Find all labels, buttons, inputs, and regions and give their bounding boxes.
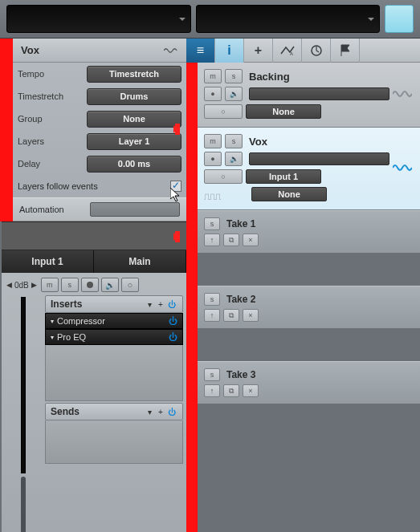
layers-button[interactable]: Layer 1 [87, 133, 181, 150]
solo-button[interactable]: s [225, 134, 243, 148]
monitor-button[interactable]: 🔈 [225, 152, 243, 166]
sends-label: Sends [51, 406, 144, 417]
monitor-button[interactable] [121, 278, 139, 292]
waveform-icon [164, 47, 178, 55]
toolbar-square-button[interactable] [385, 5, 414, 33]
take-name: Take 2 [226, 294, 255, 305]
take-3[interactable]: s Take 3 ↑ ⧉ × [198, 361, 420, 404]
mute-button[interactable]: m [204, 69, 222, 83]
input-tab[interactable]: Input 1 [2, 250, 94, 273]
output-tabs: Input 1 Main [2, 250, 186, 273]
insert-name: Pro EQ [57, 332, 169, 342]
svg-text:A: A [290, 51, 293, 56]
take-1[interactable]: s Take 1 ↑ ⧉ × [198, 210, 420, 254]
track-vox[interactable]: m s Vox ● 🔈 ○ Input 1 ⎍⎍⎍ None [198, 128, 420, 210]
region-marker-icon [175, 124, 180, 135]
solo-button[interactable]: s [204, 293, 220, 306]
track-params: Tempo Timestretch Timestretch Drums Grou… [13, 63, 186, 221]
output-assign-button[interactable]: None [246, 104, 321, 119]
inserts-expand-icon[interactable]: ▾ [144, 298, 155, 310]
record-arm-button[interactable] [81, 278, 99, 292]
insert-compressor[interactable]: ▾ Compressor ⏻ [45, 313, 183, 329]
inserts-header[interactable]: Inserts ▾ + ⏻ [45, 295, 183, 313]
mute-button[interactable]: m [41, 278, 59, 292]
waveform-icon [393, 88, 412, 99]
db-control[interactable]: ◀ 0dB ▶ [5, 281, 39, 290]
add-icon[interactable]: + [244, 39, 273, 63]
mixer-icon[interactable]: ⎍⎍⎍ [204, 191, 221, 202]
delete-take-button[interactable]: × [243, 234, 259, 246]
output-assign-button[interactable]: None [251, 187, 327, 201]
db-left-arrow-icon[interactable]: ◀ [5, 281, 13, 289]
volume-slider[interactable] [249, 87, 389, 100]
promote-take-button[interactable]: ↑ [204, 309, 220, 322]
main-tab[interactable]: Main [94, 250, 186, 273]
delete-take-button[interactable]: × [243, 384, 259, 397]
track-backing[interactable]: m s Backing ● 🔈 ○ None [198, 63, 420, 128]
delete-take-button[interactable]: × [243, 309, 259, 322]
sends-power-icon[interactable]: ⏻ [166, 406, 177, 417]
db-right-arrow-icon[interactable]: ▶ [31, 281, 39, 289]
level-meter [21, 297, 26, 473]
layers-follow-checkbox[interactable] [170, 181, 181, 192]
arrange-color-strip [186, 63, 198, 532]
group-label: Group [18, 114, 87, 124]
arrange-toolbar: ≡ i + A [186, 39, 420, 63]
monitor-button[interactable]: 🔈 [225, 87, 243, 101]
input-monitor-button[interactable]: ○ [204, 104, 243, 119]
fader[interactable] [21, 477, 26, 532]
automation-label: Automation [19, 205, 90, 214]
region-marker-icon [175, 231, 180, 242]
solo-button[interactable]: s [61, 278, 79, 292]
add-insert-icon[interactable]: + [155, 298, 166, 310]
sends-header[interactable]: Sends ▾ + ⏻ [45, 403, 183, 420]
add-send-icon[interactable]: + [155, 406, 166, 417]
track-header: Vox [13, 39, 186, 63]
timestretch-mode-button[interactable]: Drums [87, 88, 181, 105]
mute-button[interactable]: m [204, 134, 222, 148]
info-icon[interactable]: i [215, 39, 244, 63]
monitor-speaker-button[interactable] [101, 278, 119, 292]
tempo-label: Tempo [18, 69, 87, 79]
db-value: 0dB [14, 281, 29, 290]
tempo-mode-button[interactable]: Timestretch [87, 66, 181, 83]
promote-take-button[interactable]: ↑ [204, 384, 220, 397]
insert-expand-icon[interactable]: ▾ [51, 318, 54, 325]
take-2[interactable]: s Take 2 ↑ ⧉ × [198, 286, 420, 329]
insert-power-icon[interactable]: ⏻ [169, 316, 177, 326]
inserts-label: Inserts [51, 298, 144, 310]
duplicate-take-button[interactable]: ⧉ [223, 309, 239, 322]
insert-proeq[interactable]: ▾ Pro EQ ⏻ [45, 329, 183, 345]
preset-dropdown-2[interactable] [196, 5, 381, 33]
delay-label: Delay [18, 159, 87, 169]
track-color-strip: Vox Tempo Timestretch Timestretch Drums … [0, 39, 186, 221]
duplicate-take-button[interactable]: ⧉ [223, 384, 239, 397]
layers-label: Layers [18, 136, 87, 146]
volume-slider[interactable] [249, 152, 389, 165]
sends-body [45, 420, 183, 464]
solo-button[interactable]: s [204, 368, 220, 381]
automation-view-icon[interactable]: A [273, 39, 302, 63]
list-view-icon[interactable]: ≡ [186, 39, 215, 63]
insert-expand-icon[interactable]: ▾ [51, 334, 54, 341]
record-arm-button[interactable]: ● [204, 152, 222, 166]
input-monitor-button[interactable]: ○ [204, 169, 243, 184]
preset-dropdown-1[interactable] [6, 5, 191, 33]
solo-button[interactable]: s [204, 217, 220, 230]
automation-dropdown[interactable] [90, 202, 180, 217]
delay-value-button[interactable]: 0.00 ms [87, 156, 181, 173]
marker-flag-icon[interactable] [331, 39, 360, 63]
sends-expand-icon[interactable]: ▾ [144, 406, 155, 417]
group-button[interactable]: None [87, 111, 181, 128]
duplicate-take-button[interactable]: ⧉ [223, 234, 239, 246]
arrange-panel: ≡ i + A m s Backing ● 🔈 [186, 39, 420, 532]
tempo-icon[interactable] [302, 39, 331, 63]
record-arm-button[interactable]: ● [204, 87, 222, 101]
track-name: Vox [249, 136, 267, 148]
promote-take-button[interactable]: ↑ [204, 234, 220, 246]
insert-power-icon[interactable]: ⏻ [169, 332, 177, 342]
inserts-power-icon[interactable]: ⏻ [166, 298, 177, 310]
solo-button[interactable]: s [225, 69, 243, 83]
input-assign-button[interactable]: Input 1 [246, 169, 321, 184]
timestretch-label: Timestretch [18, 91, 87, 101]
